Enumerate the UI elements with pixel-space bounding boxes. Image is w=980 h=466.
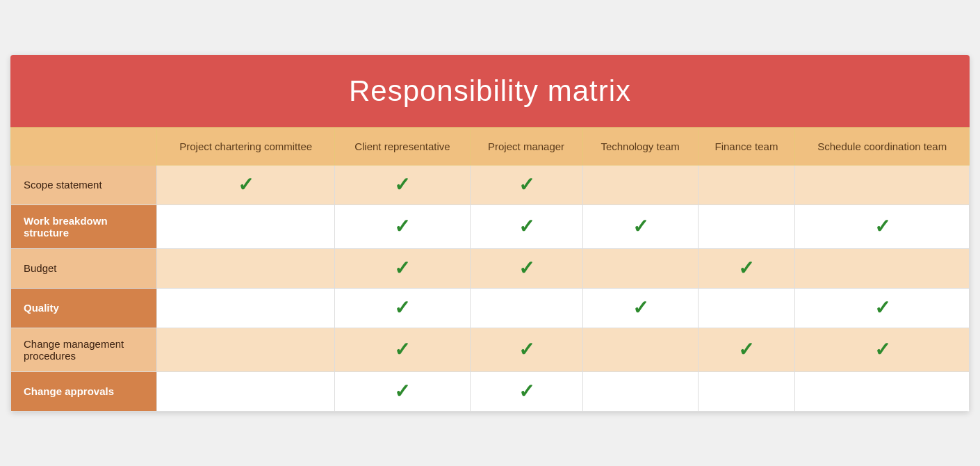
check-icon: ✓ [632, 216, 648, 237]
cell-r1-c3: ✓ [582, 204, 698, 248]
table-row: Budget✓✓✓ [11, 248, 970, 288]
cell-r5-c5 [795, 371, 970, 411]
check-icon: ✓ [238, 174, 254, 195]
header-row-label [11, 127, 157, 165]
row-label: Work breakdown structure [11, 204, 157, 248]
row-label: Quality [11, 288, 157, 328]
cell-r4-c1: ✓ [335, 328, 470, 371]
check-icon: ✓ [518, 339, 534, 360]
cell-r2-c0 [157, 248, 335, 288]
cell-r0-c0: ✓ [157, 165, 335, 204]
check-icon: ✓ [394, 339, 410, 360]
check-icon: ✓ [518, 174, 534, 195]
cell-r1-c0 [157, 204, 335, 248]
cell-r3-c3: ✓ [582, 288, 698, 328]
cell-r0-c3 [582, 165, 698, 204]
check-icon: ✓ [394, 257, 410, 279]
check-icon: ✓ [394, 216, 410, 237]
check-icon: ✓ [738, 257, 754, 279]
row-label: Change management procedures [11, 328, 157, 371]
cell-r3-c4 [698, 288, 795, 328]
cell-r3-c1: ✓ [335, 288, 470, 328]
cell-r5-c4 [698, 371, 795, 411]
header-col1: Project chartering committee [157, 127, 335, 165]
cell-r0-c2: ✓ [470, 165, 582, 204]
cell-r2-c4: ✓ [698, 248, 795, 288]
check-icon: ✓ [394, 174, 410, 195]
check-icon: ✓ [518, 216, 534, 237]
cell-r4-c4: ✓ [698, 328, 795, 371]
cell-r1-c4 [698, 204, 795, 248]
check-icon: ✓ [394, 297, 410, 319]
cell-r4-c5: ✓ [795, 328, 970, 371]
header-col3: Project manager [470, 127, 582, 165]
check-icon: ✓ [632, 297, 648, 319]
header-col5: Finance team [698, 127, 795, 165]
header-col2: Client representative [335, 127, 470, 165]
header-row: Project chartering committee Client repr… [11, 127, 970, 165]
header-col4: Technology team [582, 127, 698, 165]
cell-r5-c0 [157, 371, 335, 411]
cell-r0-c5 [795, 165, 970, 204]
check-icon: ✓ [738, 339, 754, 360]
table-row: Scope statement✓✓✓ [11, 165, 970, 204]
check-icon: ✓ [874, 216, 890, 237]
cell-r0-c1: ✓ [335, 165, 470, 204]
check-icon: ✓ [874, 297, 890, 319]
cell-r5-c1: ✓ [335, 371, 470, 411]
cell-r3-c5: ✓ [795, 288, 970, 328]
matrix-title: Responsibility matrix [10, 55, 970, 127]
table-row: Quality✓✓✓ [11, 288, 970, 328]
check-icon: ✓ [874, 339, 890, 360]
cell-r4-c3 [582, 328, 698, 371]
header-col6: Schedule coordination team [795, 127, 970, 165]
responsibility-table: Project chartering committee Client repr… [10, 127, 970, 412]
cell-r3-c2 [470, 288, 582, 328]
cell-r0-c4 [698, 165, 795, 204]
matrix-container: Responsibility matrix Project chartering… [10, 55, 970, 412]
cell-r2-c1: ✓ [335, 248, 470, 288]
cell-r2-c5 [795, 248, 970, 288]
table-row: Change management procedures✓✓✓✓ [11, 328, 970, 371]
table-row: Work breakdown structure✓✓✓✓ [11, 204, 970, 248]
check-icon: ✓ [394, 380, 410, 402]
cell-r4-c2: ✓ [470, 328, 582, 371]
table-row: Change approvals✓✓ [11, 371, 970, 411]
cell-r1-c2: ✓ [470, 204, 582, 248]
row-label: Scope statement [11, 165, 157, 204]
row-label: Change approvals [11, 371, 157, 411]
cell-r3-c0 [157, 288, 335, 328]
check-icon: ✓ [518, 380, 534, 402]
cell-r2-c3 [582, 248, 698, 288]
cell-r2-c2: ✓ [470, 248, 582, 288]
cell-r1-c5: ✓ [795, 204, 970, 248]
cell-r5-c3 [582, 371, 698, 411]
cell-r4-c0 [157, 328, 335, 371]
check-icon: ✓ [518, 257, 534, 279]
cell-r1-c1: ✓ [335, 204, 470, 248]
row-label: Budget [11, 248, 157, 288]
cell-r5-c2: ✓ [470, 371, 582, 411]
